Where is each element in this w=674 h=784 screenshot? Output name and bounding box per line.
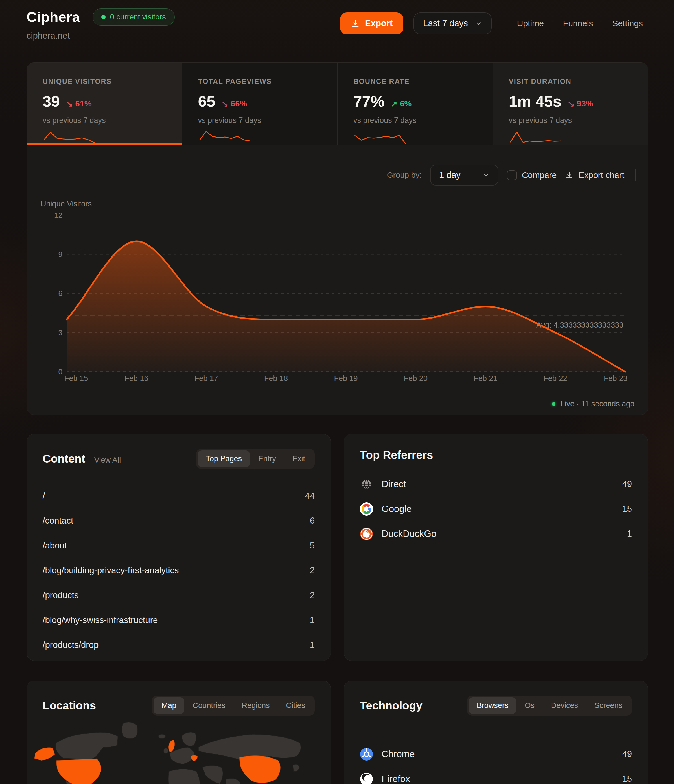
download-icon	[565, 171, 573, 179]
firefox-icon	[360, 772, 373, 784]
map-region-alaska[interactable]	[34, 748, 55, 761]
referrer-row-direct[interactable]: Direct 49	[360, 471, 632, 496]
nav-funnels[interactable]: Funnels	[559, 19, 598, 28]
compare-label: Compare	[522, 170, 557, 180]
stat-compare-label: vs previous 7 days	[198, 116, 337, 125]
map-region-united-kingdom[interactable]	[169, 740, 174, 752]
svg-text:Feb 20: Feb 20	[404, 374, 428, 383]
content-title: Content	[43, 453, 85, 465]
header-left: Ciphera 0 current visitors ciphera.net	[26, 8, 175, 41]
export-chart-button[interactable]: Export chart	[565, 170, 624, 180]
current-visitors-label: 0 current visitors	[110, 13, 166, 22]
svg-text:Feb 19: Feb 19	[334, 374, 357, 383]
tab-browsers[interactable]: Browsers	[469, 697, 517, 714]
browser-row-firefox[interactable]: Firefox 15	[360, 767, 632, 784]
sparkline	[198, 128, 252, 146]
technology-title: Technology	[360, 699, 422, 712]
compare-checkbox[interactable]	[507, 170, 517, 180]
nav-uptime[interactable]: Uptime	[512, 19, 548, 28]
tab-os[interactable]: Os	[517, 697, 542, 714]
stat-label: BOUNCE RATE	[353, 78, 493, 86]
svg-text:0: 0	[58, 367, 62, 376]
top-referrers-card: Top Referrers Direct 49 Google 15	[344, 434, 648, 661]
stat-value: 39	[43, 92, 60, 110]
svg-text:Feb 18: Feb 18	[264, 374, 288, 383]
svg-text:Feb 17: Feb 17	[194, 374, 218, 383]
stat-compare-label: vs previous 7 days	[353, 116, 493, 125]
chrome-icon	[360, 748, 373, 761]
content-tabs: Top Pages Entry Exit	[196, 449, 315, 469]
tab-devices[interactable]: Devices	[543, 697, 586, 714]
svg-text:12: 12	[54, 211, 62, 219]
unique-visitors-chart[interactable]: Unique Visitors036912Avg: 4.333333333333…	[27, 194, 649, 392]
stat-label: TOTAL PAGEVIEWS	[198, 78, 337, 86]
trend-down-icon: ↘	[222, 99, 228, 109]
stat-bounce-rate[interactable]: BOUNCE RATE 77% ↗ 6% vs previous 7 days	[337, 63, 493, 145]
svg-text:Feb 23: Feb 23	[604, 374, 627, 383]
view-all-link[interactable]: View All	[94, 456, 121, 465]
group-by-label: Group by:	[387, 171, 422, 180]
stats-row: UNIQUE VISITORS 39 ↘ 61% vs previous 7 d…	[27, 63, 648, 145]
map-region-united-states[interactable]	[56, 759, 101, 784]
site-domain: ciphera.net	[26, 31, 175, 41]
nav-settings[interactable]: Settings	[608, 19, 648, 28]
table-row[interactable]: /44	[43, 484, 315, 509]
stat-value: 1m 45s	[509, 92, 562, 110]
table-row[interactable]: /blog/building-privacy-first-analytics2	[43, 558, 315, 583]
svg-text:Feb 22: Feb 22	[544, 374, 567, 383]
map-region-romania[interactable]	[191, 756, 197, 761]
referrer-row-google[interactable]: Google 15	[360, 496, 632, 521]
tab-cities[interactable]: Cities	[278, 697, 313, 714]
table-row[interactable]: /products2	[43, 583, 315, 608]
stat-total-pageviews[interactable]: TOTAL PAGEVIEWS 65 ↘ 66% vs previous 7 d…	[182, 63, 338, 145]
technology-card: Technology Browsers Os Devices Screens C…	[344, 681, 648, 784]
date-range-value: Last 7 days	[423, 19, 468, 28]
sparkline	[509, 128, 562, 146]
tab-countries[interactable]: Countries	[185, 697, 233, 714]
sparkline	[353, 128, 407, 146]
tab-screens[interactable]: Screens	[587, 697, 630, 714]
group-by-dropdown[interactable]: 1 day	[430, 165, 499, 185]
compare-toggle[interactable]: Compare	[507, 170, 557, 180]
referrer-row-duckduckgo[interactable]: DuckDuckGo 1	[360, 521, 632, 546]
chart-controls: Group by: 1 day Compare Export chart	[387, 165, 636, 185]
controls-divider	[635, 169, 636, 181]
download-icon	[351, 19, 360, 28]
referrer-rows: Direct 49 Google 15 DuckDuckGo 1	[360, 471, 632, 546]
table-row[interactable]: /products/drop1	[43, 633, 315, 658]
table-row[interactable]: /contact6	[43, 509, 315, 533]
live-status-label: Live · 11 seconds ago	[561, 400, 635, 408]
browser-rows: Chrome 49 Firefox 15	[360, 742, 632, 784]
tab-regions[interactable]: Regions	[234, 697, 278, 714]
table-row[interactable]: /blog/why-swiss-infrastructure1	[43, 608, 315, 633]
locations-title: Locations	[43, 699, 96, 712]
browser-row-chrome[interactable]: Chrome 49	[360, 742, 632, 767]
content-rows: /44 /contact6 /about5 /blog/building-pri…	[43, 484, 315, 658]
table-row[interactable]: /about5	[43, 533, 315, 558]
stat-visit-duration[interactable]: VISIT DURATION 1m 45s ↘ 93% vs previous …	[493, 63, 648, 145]
header-divider	[502, 17, 502, 30]
stat-delta: ↘ 93%	[568, 99, 593, 109]
svg-text:Feb 15: Feb 15	[64, 374, 88, 383]
svg-text:9: 9	[58, 250, 62, 259]
referrers-title: Top Referrers	[360, 449, 433, 462]
stat-compare-label: vs previous 7 days	[43, 116, 182, 125]
live-status: Live · 11 seconds ago	[552, 400, 635, 408]
trend-down-icon: ↘	[568, 99, 575, 109]
date-range-dropdown[interactable]: Last 7 days	[413, 12, 492, 34]
map-region-china[interactable]	[239, 756, 280, 783]
tab-exit[interactable]: Exit	[284, 451, 313, 467]
stat-unique-visitors[interactable]: UNIQUE VISITORS 39 ↘ 61% vs previous 7 d…	[27, 63, 182, 145]
tab-entry[interactable]: Entry	[250, 451, 284, 467]
duckduckgo-icon	[360, 527, 373, 541]
stat-value: 65	[198, 92, 215, 110]
content-card: Content View All Top Pages Entry Exit /4…	[26, 434, 331, 661]
svg-text:6: 6	[58, 289, 62, 298]
export-button[interactable]: Export	[340, 12, 403, 34]
header: Ciphera 0 current visitors ciphera.net E…	[26, 8, 648, 41]
locations-card: Locations Map Countries Regions Cities	[26, 681, 331, 784]
world-map[interactable]	[27, 718, 331, 784]
stat-label: UNIQUE VISITORS	[43, 78, 182, 86]
tab-top-pages[interactable]: Top Pages	[198, 451, 250, 467]
tab-map[interactable]: Map	[154, 697, 184, 714]
